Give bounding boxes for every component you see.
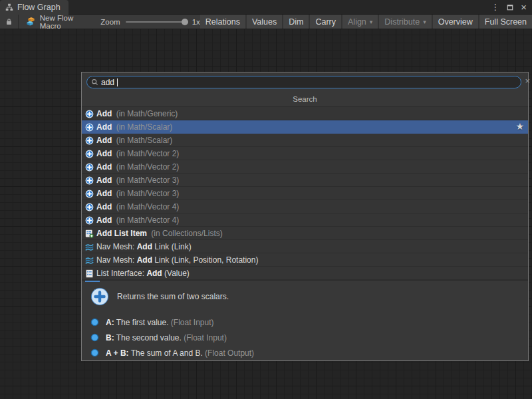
add-unit-large-icon [90,287,109,306]
maximize-icon[interactable] [507,4,513,11]
add-unit-icon [85,150,94,158]
port-description-text: B: The second value. (Float Input) [106,333,227,342]
add-list-item-icon [85,229,94,238]
result-row[interactable]: Add List Item (in Collections/Lists) [82,227,528,240]
toolbar-button-align[interactable]: Align▾ [342,15,378,29]
zoom-slider-thumb[interactable] [182,19,188,25]
text-caret [117,78,118,86]
zoom-slider[interactable] [126,21,187,23]
flow-graph-icon [5,3,13,11]
add-unit-icon [85,123,94,132]
popup-close-icon[interactable]: × [525,76,530,85]
new-flow-macro-label: New Flow Macro [40,14,80,30]
result-text: (in Math/Vector 3) [112,189,179,198]
favorite-star-icon[interactable]: ★ [515,121,524,132]
port-row: A: The first value. (Float Input) [90,315,519,330]
close-window-icon[interactable]: × [521,2,527,12]
toolbar-button-full-screen[interactable]: Full Screen [479,15,532,29]
search-query-text: add [101,78,114,87]
result-text: (in Collections/Lists) [147,229,223,238]
result-text: Add [96,202,112,211]
toolbar-button-relations[interactable]: Relations [200,15,245,29]
result-text: (in Math/Vector 4) [112,215,179,225]
port-row: A + B: The sum of A and B. (Float Output… [90,345,519,360]
lock-icon [5,17,13,26]
add-unit-icon [85,176,94,185]
result-text: (in Math/Vector 4) [112,202,179,211]
title-bar: Flow Graph ⋮ × [0,0,532,15]
unit-summary: Returns the sum of two scalars. [117,292,229,301]
result-row[interactable]: Add (in Math/Vector 2) [82,160,528,174]
tab-title: Flow Graph [17,3,61,12]
port-row: B: The second value. (Float Input) [90,330,519,345]
result-text: Add [96,122,112,132]
zoom-label: Zoom [100,18,120,26]
zoom-value: 1x [192,18,200,26]
result-row[interactable]: Add (in Math/Vector 4) [82,213,528,227]
result-text: Add List Item [96,229,147,238]
port-dot-icon [90,333,99,342]
result-text: (in Math/Vector 3) [112,176,179,185]
toolbar-button-values[interactable]: Values [247,15,282,29]
toolbar: New Flow Macro Zoom 1x RelationsValuesDi… [0,15,532,29]
result-row[interactable]: Nav Mesh: Add Link (Link) [82,240,528,253]
result-row[interactable]: Add (in Math/Vector 4) [82,200,528,213]
toolbar-button-overview[interactable]: Overview [433,15,478,29]
lock-button[interactable] [0,15,18,29]
result-text: Add [96,176,112,185]
result-row[interactable]: Add (in Math/Scalar) [82,134,528,147]
nav-mesh-icon [85,256,94,265]
search-row: add × [82,72,528,91]
chevron-down-icon: ▾ [370,19,373,25]
add-unit-icon [85,110,94,118]
result-text: Link (Link, Position, Rotation) [152,255,258,265]
toolbar-button-carry[interactable]: Carry [310,15,341,29]
result-text: Add [146,269,162,278]
list-interface-icon [85,269,94,278]
search-header-label: Search [82,91,528,107]
result-text: Add [96,189,112,198]
partially-visible-row [85,281,100,282]
result-text: (in Math/Scalar) [112,122,172,132]
port-dot-icon [90,318,99,327]
new-flow-macro[interactable]: New Flow Macro [19,14,86,30]
search-results-list: Add (in Math/Generic)Add (in Math/Scalar… [82,107,528,280]
result-row[interactable]: Add (in Math/Vector 2) [82,147,528,160]
result-text: Add [137,242,152,251]
result-text: Add [137,255,152,265]
toolbar-buttons: RelationsValuesDimCarryAlign▾Distribute▾… [200,15,532,29]
window-menu-icon[interactable]: ⋮ [491,3,499,11]
add-unit-icon [85,136,94,145]
result-row[interactable]: List Interface: Add (Value) [82,267,528,280]
result-text: Add [96,215,112,225]
detail-panel: Returns the sum of two scalars. A: The f… [82,280,528,360]
port-description-text: A + B: The sum of A and B. (Float Output… [106,348,254,358]
search-input[interactable]: add [86,76,521,88]
result-text: (in Math/Generic) [112,109,178,118]
result-row[interactable]: Add (in Math/Generic) [82,107,528,120]
add-unit-icon [85,190,94,198]
add-unit-icon [85,203,94,211]
result-text: (in Math/Vector 2) [112,162,179,172]
result-row[interactable]: Add (in Math/Vector 3) [82,174,528,187]
result-text: Nav Mesh: [96,255,137,265]
result-row[interactable]: Add (in Math/Scalar)★ [82,120,528,134]
result-row[interactable]: Add (in Math/Vector 3) [82,187,528,200]
add-unit-icon [85,163,94,172]
result-text: Nav Mesh: [96,242,137,251]
result-text: (in Math/Scalar) [112,136,172,145]
toolbar-button-distribute[interactable]: Distribute▾ [379,15,431,29]
result-text: Add [96,109,112,118]
port-description-text: A: The first value. (Float Input) [106,318,214,327]
result-text: Add [96,149,112,158]
port-dot-icon [90,348,99,357]
port-descriptions: A: The first value. (Float Input)B: The … [90,315,519,360]
result-row[interactable]: Nav Mesh: Add Link (Link, Position, Rota… [82,253,528,267]
tab-flow-graph[interactable]: Flow Graph [0,0,68,15]
result-text: (in Math/Vector 2) [112,149,179,158]
search-icon [91,78,98,86]
toolbar-button-dim[interactable]: Dim [283,15,309,29]
flow-macro-icon [25,17,36,27]
result-text: Link (Link) [152,242,192,251]
result-text: List Interface: [96,269,146,278]
